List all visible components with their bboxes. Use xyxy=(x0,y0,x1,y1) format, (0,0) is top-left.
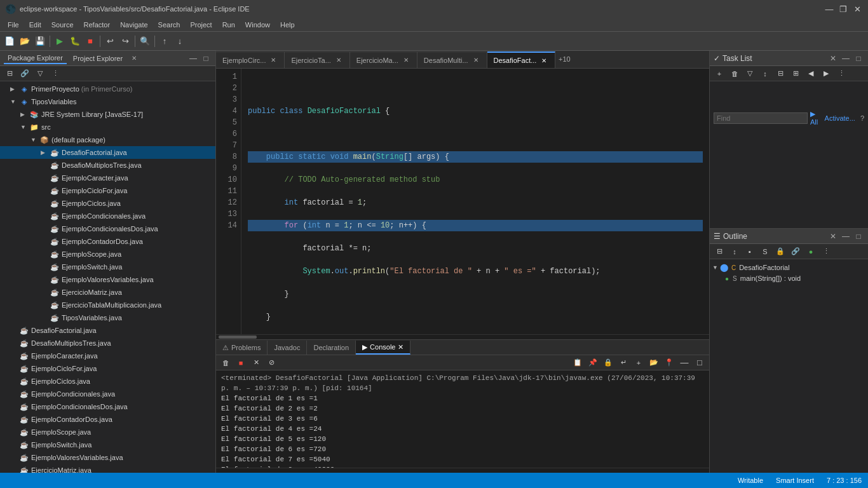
search-button[interactable]: 🔍 xyxy=(138,34,152,48)
tab-desafiomulti[interactable]: DesafioMulti... ✕ xyxy=(417,51,487,68)
console-terminate-btn[interactable]: ✕ xyxy=(249,356,263,370)
tree-item-ejemplociclofor[interactable]: ☕ EjemploCicloFor.java xyxy=(0,184,215,197)
tab-close-console[interactable]: ✕ xyxy=(398,343,403,351)
outline-hide-fields-btn[interactable]: ▪ xyxy=(743,245,757,259)
tree-item-tiposvariables[interactable]: ▼ ◈ TiposVariables xyxy=(0,95,215,108)
tree-item-primerproyecto[interactable]: ▶ ◈ PrimerProyecto (in PrimerCurso) xyxy=(0,83,215,95)
tree-item-root-ejemplocontadordos[interactable]: ☕ EjemploContadorDos.java xyxy=(0,413,215,426)
console-pin-btn[interactable]: 📍 xyxy=(662,356,676,370)
pe-maximize-btn[interactable]: □ xyxy=(200,53,212,64)
pe-link-editor[interactable]: 🔗 xyxy=(18,67,32,81)
tl-view-menu-btn[interactable]: ⋮ xyxy=(834,67,848,81)
task-list-activate-link[interactable]: Activate... xyxy=(825,114,855,122)
new-button[interactable]: 📄 xyxy=(3,34,17,48)
redo-button[interactable]: ↪ xyxy=(118,34,132,48)
menu-window[interactable]: Window xyxy=(240,20,275,30)
outline-close-btn[interactable]: ✕ xyxy=(827,231,839,242)
tab-close-ejerciciota[interactable]: ✕ xyxy=(334,56,343,65)
menu-source[interactable]: Source xyxy=(46,20,79,30)
tree-item-desafiomultiplostres[interactable]: ☕ DesafioMultiplosTres.java xyxy=(0,159,215,172)
menu-project[interactable]: Project xyxy=(185,20,217,30)
tree-item-ejemplocaracter[interactable]: ☕ EjemploCaracter.java xyxy=(0,172,215,184)
outline-hide-static-btn[interactable]: S xyxy=(758,245,772,259)
tree-item-desafiofactorial[interactable]: ▶ ☕ DesafioFactorial.java xyxy=(0,146,215,159)
outline-sort-btn[interactable]: ↕ xyxy=(728,245,742,259)
task-list-all-link[interactable]: ▶ All xyxy=(810,110,820,126)
console-word-wrap-btn[interactable]: ↵ xyxy=(616,356,630,370)
outline-hide-nonpublic-btn[interactable]: 🔒 xyxy=(773,245,787,259)
tree-item-ejemplocontadordos[interactable]: ☕ EjemploContadorDos.java xyxy=(0,235,215,248)
open-button[interactable]: 📂 xyxy=(18,34,32,48)
pe-minimize-btn[interactable]: — xyxy=(187,53,199,64)
maximize-button[interactable]: ❐ xyxy=(837,3,849,15)
tree-item-root-ejerciciomatriz[interactable]: ☕ EjercicioMatriz.java xyxy=(0,464,215,473)
tl-sort-btn[interactable]: ↕ xyxy=(758,67,772,81)
tl-new-task-btn[interactable]: + xyxy=(712,67,726,81)
menu-run[interactable]: Run xyxy=(217,20,240,30)
close-button[interactable]: ✕ xyxy=(851,3,863,15)
pe-filter[interactable]: ▽ xyxy=(33,67,47,81)
console-minimize-btn[interactable]: — xyxy=(677,356,691,370)
outline-green-dot-btn[interactable]: ● xyxy=(804,245,818,259)
tree-item-ejerciciomatriz[interactable]: ☕ EjercicioMatriz.java xyxy=(0,286,215,299)
outline-view-menu-btn[interactable]: ⋮ xyxy=(819,245,833,259)
tree-item-root-ejemploswitch[interactable]: ☕ EjemploSwitch.java xyxy=(0,438,215,451)
next-annotation-button[interactable]: ↓ xyxy=(173,34,187,48)
tl-collapse-btn[interactable]: ⊟ xyxy=(773,67,787,81)
tab-declaration[interactable]: Declaration xyxy=(307,341,356,355)
tree-item-ejemploswitch[interactable]: ☕ EjemploSwitch.java xyxy=(0,261,215,273)
tab-problems[interactable]: ⚠ Problems xyxy=(216,341,268,355)
tree-item-root-desafiofactorial[interactable]: ☕ DesafioFactorial.java xyxy=(0,324,215,337)
save-button[interactable]: 💾 xyxy=(33,34,47,48)
run-button[interactable]: ▶ xyxy=(53,34,67,48)
outline-class-desafiofactorial[interactable]: ▼ ⬤ C DesafioFactorial xyxy=(712,262,865,273)
tl-maximize-btn[interactable]: □ xyxy=(853,53,864,64)
tree-item-src[interactable]: ▼ 📁 src xyxy=(0,121,215,133)
menu-edit[interactable]: Edit xyxy=(24,20,46,30)
tl-filter-btn[interactable]: ▽ xyxy=(743,67,757,81)
outline-sync-btn[interactable]: 🔗 xyxy=(789,245,803,259)
tree-item-root-ejemplocaracter[interactable]: ☕ EjemploCaracter.java xyxy=(0,349,215,362)
tree-item-ejemplociclos[interactable]: ☕ EjemploCiclos.java xyxy=(0,197,215,210)
tl-expand-btn[interactable]: ⊞ xyxy=(789,67,803,81)
tab-close-desaciofact[interactable]: ✕ xyxy=(539,56,548,65)
console-copy-btn[interactable]: 📋 xyxy=(571,356,585,370)
console-hscrollbar[interactable] xyxy=(216,468,709,473)
tree-item-ejemplocondicionalessdos[interactable]: ☕ EjemploCondicionalesDos.java xyxy=(0,222,215,235)
stop-button[interactable]: ■ xyxy=(83,34,97,48)
outline-collapse-all-btn[interactable]: ⊟ xyxy=(712,245,726,259)
undo-button[interactable]: ↩ xyxy=(103,34,117,48)
menu-search[interactable]: Search xyxy=(153,20,186,30)
tree-item-root-ejemplocondicionalessdos[interactable]: ☕ EjemploCondicionalesDos.java xyxy=(0,400,215,413)
tab-overflow-btn[interactable]: +10 xyxy=(555,51,573,68)
menu-help[interactable]: Help xyxy=(275,20,300,30)
tl-close-btn[interactable]: ✕ xyxy=(827,53,839,64)
editor-hscrollbar[interactable] xyxy=(216,334,709,339)
code-area[interactable]: public class DesafioFactorial { public s… xyxy=(241,69,709,334)
hscroll-thumb[interactable] xyxy=(219,336,257,339)
minimize-button[interactable]: — xyxy=(824,3,835,15)
console-maximize-btn[interactable]: □ xyxy=(693,356,707,370)
tree-item-default-package[interactable]: ▼ 📦 (default package) xyxy=(0,133,215,146)
outline-maximize-btn[interactable]: □ xyxy=(853,231,864,242)
outline-method-main[interactable]: ● S main(String[]) : void xyxy=(712,273,865,283)
console-paste-btn[interactable]: 📌 xyxy=(586,356,600,370)
pe-collapse-all[interactable]: ⊟ xyxy=(3,67,17,81)
menu-navigate[interactable]: Navigate xyxy=(115,20,153,30)
tree-item-ejemploscope[interactable]: ☕ EjemploScope.java xyxy=(0,248,215,261)
task-list-help-icon[interactable]: ? xyxy=(860,114,864,122)
prev-annotation-button[interactable]: ↑ xyxy=(158,34,172,48)
tab-close-ejercicioma[interactable]: ✕ xyxy=(402,56,410,65)
tab-javadoc[interactable]: Javadoc xyxy=(268,341,307,355)
pe-view-menu[interactable]: ⋮ xyxy=(48,67,62,81)
tab-package-explorer[interactable]: Package Explorer xyxy=(4,53,67,64)
console-new-console-btn[interactable]: + xyxy=(632,356,646,370)
tl-prev-btn[interactable]: ◀ xyxy=(804,67,818,81)
tab-project-explorer[interactable]: Project Explorer xyxy=(69,53,126,64)
tree-item-ejemplocondicionales[interactable]: ☕ EjemploCondicionales.java xyxy=(0,210,215,222)
tree-item-ejerciciotablamultiplicacion[interactable]: ☕ EjercicioTablaMultiplicacion.java xyxy=(0,299,215,311)
console-scroll-lock-btn[interactable]: 🔒 xyxy=(601,356,615,370)
tl-delete-btn[interactable]: 🗑 xyxy=(728,67,742,81)
console-stop-btn[interactable]: ■ xyxy=(234,356,248,370)
console-clear-btn[interactable]: 🗑 xyxy=(219,356,233,370)
